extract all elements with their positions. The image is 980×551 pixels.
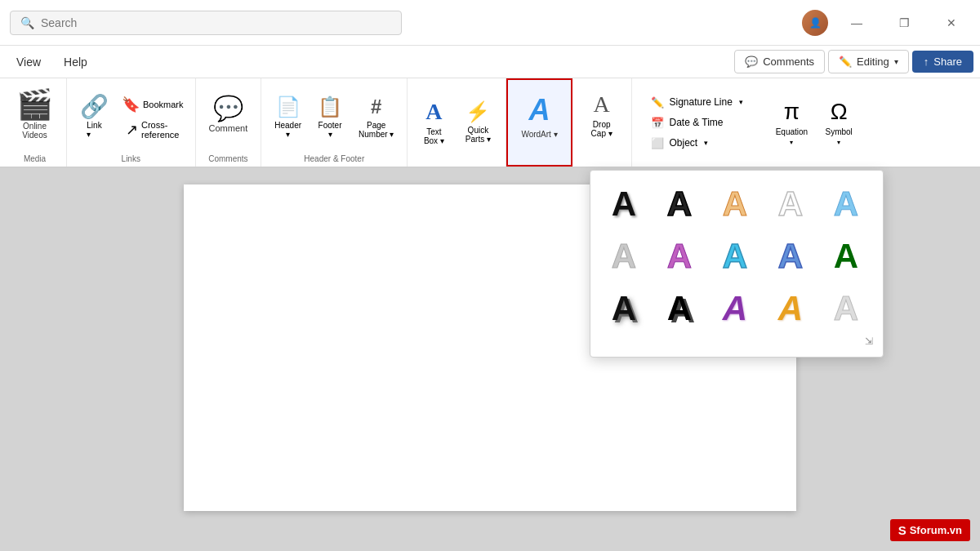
ribbon-btn-wordart[interactable]: A WordArt ▾ [514,83,564,149]
ribbon-group-header-footer: 📄 Header▾ 📋 Footer▾ # PageNumber ▾ Heade… [261,78,408,167]
ribbon-group-dropcap: A DropCap ▾ [572,78,632,167]
avatar: 👤 [802,10,828,36]
ribbon-btn-header[interactable]: 📄 Header▾ [268,85,308,150]
ribbon-btn-equation[interactable]: π Equation ▾ [769,90,814,155]
ribbon-btn-online-videos[interactable]: 🎬 OnlineVideos [10,82,60,147]
pagenumber-icon: # [371,96,381,118]
wordart-item-9[interactable]: A [767,233,814,280]
ribbon-btn-textbox[interactable]: A TextBox ▾ [414,89,453,154]
wordart-item-1[interactable]: A [600,180,648,228]
maximize-button[interactable]: ❐ [885,10,923,36]
ribbon-btn-link[interactable]: 🔗 Link▾ [74,85,115,150]
search-icon: 🔍 [20,16,34,29]
share-button[interactable]: ↑ Share [912,51,973,73]
ribbon-group-links: 🔗 Link▾ 🔖 Bookmark ↗ Cross-reference Lin… [67,78,196,167]
textbox-icon: A [425,99,442,125]
wordart-item-7[interactable]: A [656,233,703,280]
chevron-down-icon: ▾ [894,57,898,66]
ribbon-btn-comment[interactable]: 💬 Comment [203,82,255,147]
sforum-s-icon: S [898,523,906,537]
menu-bar: View Help 💬 Comments ✏️ Editing ▾ ↑ Shar… [0,46,980,78]
datetime-icon: 📅 [651,117,664,129]
footer-icon: 📋 [318,96,342,118]
object-icon: ⬜ [651,137,664,149]
wordart-item-12[interactable]: A [656,285,703,332]
wordart-item-10[interactable]: A [822,233,870,280]
title-bar: 🔍 👤 — ❐ ✕ [0,0,980,46]
ribbon-btn-datetime[interactable]: 📅 Date & Time [646,113,728,132]
ribbon-btn-bookmark[interactable]: 🔖 Bookmark [117,93,189,116]
chevron-down-icon: ▾ [704,139,708,147]
wordart-item-15[interactable]: A [822,285,870,332]
wordart-gallery: A A A A A A A A A A A A A A A [600,180,873,332]
menu-help[interactable]: Help [54,51,97,73]
ribbon-group-media: 🎬 OnlineVideos Media [3,78,67,167]
minimize-button[interactable]: — [838,10,875,36]
wordart-item-13[interactable]: A [711,285,759,332]
wordart-resize-handle[interactable]: ⇲ [600,332,873,347]
comments-button[interactable]: 💬 Comments [734,50,825,73]
video-icon: 🎬 [16,90,53,119]
quickparts-icon: ⚡ [466,100,490,123]
menu-view[interactable]: View [7,51,51,73]
ribbon-btn-footer[interactable]: 📋 Footer▾ [311,85,349,150]
ribbon-group-text: A TextBox ▾ ⚡ QuickParts ▾ [408,78,506,167]
ribbon-group-comments: 💬 Comment Comments [196,78,262,167]
wordart-item-14[interactable]: A [767,285,814,332]
wordart-item-4[interactable]: A [767,180,814,228]
comment-icon: 💬 [213,96,243,121]
symbol-icon: Ω [831,99,848,125]
ribbon-btn-signatureline[interactable]: ✏️ Signature Line ▾ [646,93,747,112]
wordart-item-3[interactable]: A [711,180,759,228]
share-icon: ↑ [924,56,929,68]
ribbon-btn-dropcap[interactable]: A DropCap ▾ [579,82,625,147]
ribbon: 🎬 OnlineVideos Media 🔗 Link▾ 🔖 Bookmark … [0,78,980,168]
dropcap-icon: A [594,91,610,118]
ribbon-btn-quickparts[interactable]: ⚡ QuickParts ▾ [457,89,499,154]
pencil-icon: ✏️ [839,56,852,68]
ribbon-group-math: π Equation ▾ Ω Symbol ▾ [763,78,866,167]
equation-icon: π [784,99,800,125]
header-icon: 📄 [276,96,301,118]
wordart-icon: A [529,93,550,127]
ribbon-btn-crossref[interactable]: ↗ Cross-reference [121,118,184,142]
wordart-item-5[interactable]: A [822,180,870,228]
editing-button[interactable]: ✏️ Editing ▾ [828,50,909,73]
ribbon-btn-pagenumber[interactable]: # PageNumber ▾ [352,85,400,150]
ribbon-group-wordart: A WordArt ▾ [506,78,572,167]
ribbon-btn-object[interactable]: ⬜ Object ▾ [646,134,713,153]
search-input[interactable] [41,16,391,29]
close-button[interactable]: ✕ [933,10,970,36]
ribbon-group-right: ✏️ Signature Line ▾ 📅 Date & Time ⬜ Obje… [632,78,763,167]
sforum-badge: S Sforum.vn [890,519,970,541]
search-box[interactable]: 🔍 [10,11,402,35]
wordart-item-8[interactable]: A [711,233,759,280]
crossref-icon: ↗ [126,121,138,139]
resize-icon: ⇲ [865,335,873,347]
link-icon: 🔗 [80,96,109,118]
ribbon-btn-symbol[interactable]: Ω Symbol ▾ [817,90,860,155]
chevron-down-icon: ▾ [739,98,743,106]
bookmark-icon: 🔖 [122,96,140,113]
wordart-item-2[interactable]: A [656,180,703,228]
wordart-dropdown: A A A A A A A A A A A A A A A ⇲ [590,170,884,358]
wordart-item-11[interactable]: A [600,285,648,332]
signature-icon: ✏️ [651,96,664,109]
comment-icon: 💬 [745,56,758,68]
wordart-item-6[interactable]: A [600,233,648,280]
